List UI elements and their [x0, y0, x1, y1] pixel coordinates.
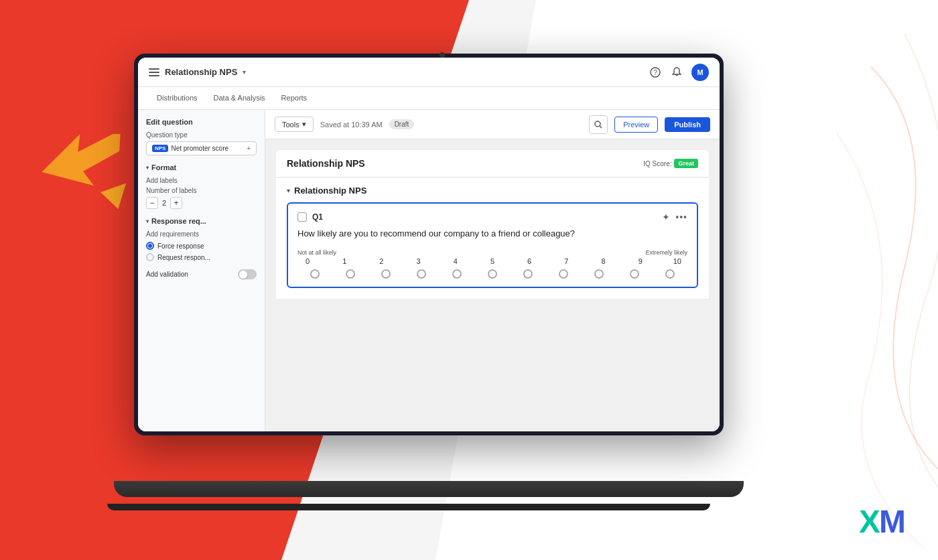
publish-button[interactable]: Publish — [665, 117, 710, 132]
xm-x-letter: X — [859, 504, 879, 539]
nps-num-8: 8 — [594, 257, 614, 265]
format-section-toggle[interactable]: ▾ Format — [146, 163, 257, 171]
main-layout: Edit question Question type NPS Net prom… — [138, 110, 720, 431]
help-icon[interactable]: ? — [649, 66, 662, 79]
nps-radio-6[interactable] — [523, 269, 533, 279]
request-response-label: Request respon... — [157, 254, 210, 261]
right-content: Tools ▾ Saved at 10:39 AM Draft Preview … — [265, 110, 720, 431]
tools-chevron: ▾ — [302, 120, 306, 129]
toolbar: Tools ▾ Saved at 10:39 AM Draft Preview … — [265, 110, 720, 139]
iq-great-badge: Great — [674, 159, 698, 168]
nps-scale: Not at all likely Extremely likely 0 1 2… — [297, 249, 687, 279]
tab-data-analysis[interactable]: Data & Analysis — [206, 87, 273, 109]
nps-radio-2[interactable] — [381, 269, 391, 279]
laptop-mockup: Relationship NPS ▾ ? M Distributions Dat… — [134, 54, 750, 489]
validation-row: Add validation — [146, 269, 257, 279]
app-header-left: Relationship NPS ▾ — [149, 67, 246, 77]
nps-radio-1[interactable] — [346, 269, 355, 279]
survey-area: Relationship NPS IQ Score: Great ▾ Relat… — [265, 139, 720, 309]
survey-block: ▾ Relationship NPS Q1 — [276, 178, 709, 299]
survey-name: Relationship NPS — [287, 158, 365, 169]
svg-point-4 — [595, 121, 600, 127]
app-header-right: ? M — [649, 64, 709, 81]
nps-num-3: 3 — [409, 257, 429, 265]
nps-radio-7[interactable] — [559, 269, 568, 279]
tools-label: Tools — [282, 121, 299, 129]
format-toggle-arrow: ▾ — [146, 165, 149, 171]
app-title: Relationship NPS — [165, 67, 237, 77]
saved-text: Saved at 10:39 AM — [320, 121, 383, 129]
question-type-value: Net promoter score — [171, 145, 228, 152]
nps-radios-row — [297, 269, 687, 279]
format-section: ▾ Format Add labels Number of labels − 2… — [146, 163, 257, 209]
edit-question-title: Edit question — [146, 118, 257, 126]
question-number: Q1 — [312, 212, 323, 222]
question-type-label: Question type — [146, 131, 257, 139]
format-title: Format — [151, 163, 176, 171]
laptop-base-bottom — [107, 504, 710, 510]
minus-button[interactable]: − — [146, 197, 158, 209]
xm-logo: XM — [859, 503, 904, 540]
survey-title-bar: Relationship NPS IQ Score: Great — [276, 150, 709, 178]
preview-button[interactable]: Preview — [614, 117, 658, 133]
nps-num-4: 4 — [446, 257, 466, 265]
bell-icon[interactable] — [670, 66, 683, 79]
question-right: ✦ ••• — [662, 212, 687, 222]
nps-radio-9[interactable] — [630, 269, 639, 279]
validation-toggle[interactable] — [238, 269, 257, 279]
add-labels-label: Add labels — [146, 177, 257, 184]
nps-radio-0[interactable] — [310, 269, 320, 279]
response-req-section: ▾ Response req... Add requirements Force… — [146, 217, 257, 261]
response-toggle-arrow: ▾ — [146, 218, 149, 224]
response-req-title: Response req... — [151, 217, 206, 225]
force-response-radio[interactable] — [146, 242, 154, 250]
plus-button[interactable]: + — [170, 197, 182, 209]
app-title-chevron[interactable]: ▾ — [243, 68, 246, 76]
more-options-icon[interactable]: ••• — [675, 212, 687, 222]
tools-button[interactable]: Tools ▾ — [275, 117, 314, 132]
survey-block-header: ▾ Relationship NPS — [287, 186, 698, 196]
menu-hamburger-icon[interactable] — [149, 68, 159, 76]
laptop-camera — [440, 52, 445, 58]
nps-left-label: Not at all likely — [297, 249, 336, 256]
num-labels-value: 2 — [162, 199, 166, 207]
response-req-toggle[interactable]: ▾ Response req... — [146, 217, 257, 225]
num-labels-label: Number of labels — [146, 187, 257, 194]
question-card: Q1 ✦ ••• How likely are you to recommend… — [287, 202, 698, 288]
nps-num-0: 0 — [297, 257, 318, 265]
nps-num-6: 6 — [519, 257, 539, 265]
nav-tabs: Distributions Data & Analysis Reports — [138, 87, 720, 110]
question-type-dropdown[interactable]: NPS Net promoter score + — [146, 141, 257, 155]
app-header: Relationship NPS ▾ ? M — [138, 58, 720, 87]
request-response-item[interactable]: Request respon... — [146, 253, 257, 261]
force-response-label: Force response — [157, 242, 204, 250]
block-title: Relationship NPS — [294, 186, 366, 196]
draft-badge: Draft — [389, 119, 415, 129]
nps-radio-4[interactable] — [452, 269, 462, 279]
star-icon[interactable]: ✦ — [662, 212, 670, 222]
nps-radio-3[interactable] — [417, 269, 426, 279]
user-avatar[interactable]: M — [691, 64, 709, 81]
nps-radio-10[interactable] — [665, 269, 675, 279]
svg-line-5 — [600, 126, 602, 128]
xm-m-letter: M — [879, 504, 904, 539]
add-validation-label: Add validation — [146, 271, 188, 278]
number-labels-control: − 2 + — [146, 197, 257, 209]
request-response-radio[interactable] — [146, 253, 154, 261]
left-panel: Edit question Question type NPS Net prom… — [138, 110, 265, 431]
question-text: How likely are you to recommend our comp… — [297, 228, 687, 240]
nps-num-7: 7 — [556, 257, 576, 265]
iq-score: IQ Score: Great — [643, 159, 698, 168]
search-button[interactable] — [589, 115, 608, 134]
question-checkbox[interactable] — [297, 212, 307, 222]
tab-reports[interactable]: Reports — [273, 87, 316, 109]
nps-radio-8[interactable] — [594, 269, 604, 279]
nps-radio-5[interactable] — [488, 269, 497, 279]
tab-distributions[interactable]: Distributions — [149, 87, 206, 109]
nps-badge: NPS — [152, 145, 168, 152]
laptop-base — [114, 481, 744, 497]
block-collapse-arrow[interactable]: ▾ — [287, 187, 290, 194]
laptop-screen: Relationship NPS ▾ ? M Distributions Dat… — [134, 54, 724, 435]
laptop-screen-inner: Relationship NPS ▾ ? M Distributions Dat… — [138, 58, 720, 431]
force-response-item[interactable]: Force response — [146, 242, 257, 250]
